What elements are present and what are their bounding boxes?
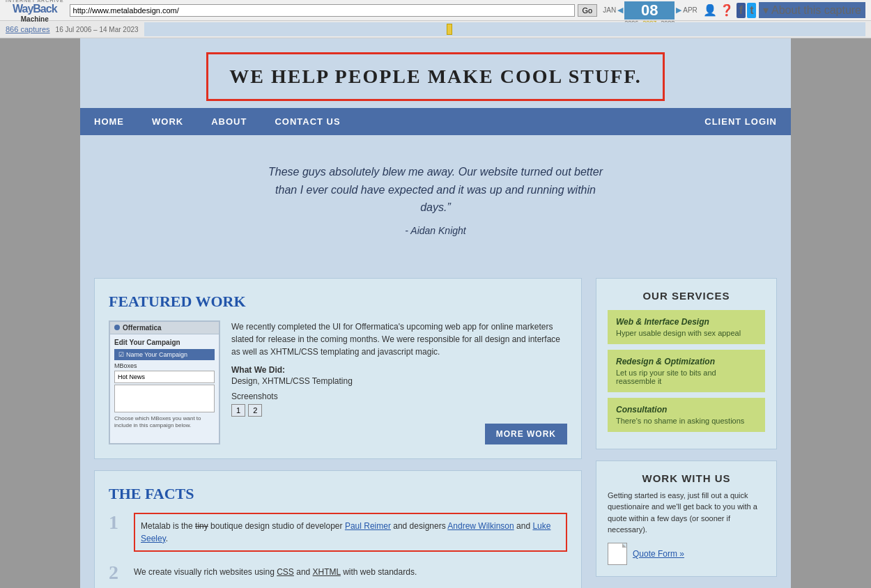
services-title: OUR SERVICES <box>608 290 765 302</box>
left-column: FEATURED WORK Offermatica Edit Your Camp… <box>94 278 582 588</box>
wayback-bar: INTERNET ARCHIVE WayBack Machine Go JAN … <box>0 0 871 21</box>
screenshots-label: Screenshots <box>231 392 567 401</box>
fact-item-2: 2 We create visually rich websites using… <box>109 563 567 582</box>
nav-login[interactable]: CLIENT LOGIN <box>691 108 791 135</box>
screenshot-company: Offermatica <box>123 324 162 332</box>
testimonial-section: These guys absolutely blew me away. Our … <box>80 135 791 264</box>
service-web-design-desc: Hyper usable design with sex appeal <box>616 329 757 337</box>
screenshot-item: Hot News <box>114 371 215 383</box>
service-redesign-name: Redesign & Optimization <box>616 357 757 366</box>
about-capture-button[interactable]: ▾ About this capture <box>759 2 865 18</box>
more-work-button[interactable]: MORE WORK <box>485 424 567 444</box>
facts-title: THE FACTS <box>109 485 567 503</box>
nav-about[interactable]: ABOUT <box>197 108 261 135</box>
screenshot-1-button[interactable]: 1 <box>231 404 245 417</box>
service-redesign-desc: Let us rip your site to bits and reassem… <box>616 369 757 385</box>
screenshot-dot <box>114 325 120 330</box>
wayback-logo: INTERNET ARCHIVE WayBack Machine <box>6 0 64 23</box>
site-header: WE HELP PEOPLE MAKE COOL STUFF. <box>80 38 791 108</box>
testimonial-quote: These guys absolutely blew me away. Our … <box>261 163 610 217</box>
work-with-us-desc: Getting started is easy, just fill out a… <box>608 490 765 536</box>
fact-number-1: 1 <box>109 513 125 532</box>
fact-item-1: 1 Metalab is the tiny boutique design st… <box>109 513 567 552</box>
go-button[interactable]: Go <box>578 4 598 17</box>
timeline-strip <box>144 22 865 36</box>
nav-contact[interactable]: CONTACT US <box>261 108 354 135</box>
cal-apr: APR <box>683 6 697 14</box>
wayback-icons: 👤 ❓ f t ▾ About this capture <box>703 2 865 18</box>
service-consultation[interactable]: Consultation There's no shame in asking … <box>608 398 765 432</box>
cal-day: 08 <box>624 1 675 20</box>
cal-arrow-prev[interactable]: ◀ <box>617 6 623 15</box>
hero-text: WE HELP PEOPLE MAKE COOL STUFF. <box>229 65 642 88</box>
facebook-icon[interactable]: f <box>737 3 746 18</box>
screenshot-2-button[interactable]: 2 <box>248 404 262 417</box>
screenshot-input-box <box>114 385 215 412</box>
nav-home[interactable]: HOME <box>80 108 138 135</box>
captures-bar: 866 captures 16 Jul 2006 – 14 Mar 2023 <box>0 21 871 38</box>
social-icons: f t <box>737 3 757 18</box>
fact-text-2: We create visually rich websites using C… <box>134 563 417 578</box>
screenshot-body: Edit Your Campaign ☑ Name Your Campaign … <box>110 334 219 434</box>
nav-work[interactable]: WORK <box>138 108 197 135</box>
facts-section: THE FACTS 1 Metalab is the tiny boutique… <box>94 470 582 588</box>
screenshot-mboxes-label: MBoxes <box>114 362 215 369</box>
captures-link[interactable]: 866 captures <box>6 25 50 33</box>
screenshot-header: Offermatica <box>110 322 219 334</box>
what-we-did: What We Did: Design, XHTML/CSS Templatin… <box>231 365 567 386</box>
service-web-design[interactable]: Web & Interface Design Hyper usable desi… <box>608 310 765 344</box>
service-consultation-name: Consultation <box>616 405 757 415</box>
document-icon <box>608 543 627 565</box>
fact-number-2: 2 <box>109 563 125 582</box>
screenshot-checkbox-row: ☑ Name Your Campaign <box>114 349 215 360</box>
quote-form-link[interactable]: Quote Form » <box>608 543 765 565</box>
services-section: OUR SERVICES Web & Interface Design Hype… <box>596 278 777 449</box>
offermatica-screenshot: Offermatica Edit Your Campaign ☑ Name Yo… <box>109 320 220 444</box>
captures-date: 16 Jul 2006 – 14 Mar 2023 <box>56 26 139 33</box>
paul-reimer-link[interactable]: Paul Reimer <box>345 521 391 531</box>
help-icon[interactable]: ❓ <box>720 3 734 17</box>
service-web-design-name: Web & Interface Design <box>616 317 757 327</box>
work-with-us-section: WORK WITH US Getting started is easy, ju… <box>596 461 777 577</box>
featured-work-info: We recently completed the UI for Offerma… <box>231 320 567 444</box>
url-input[interactable] <box>70 4 575 17</box>
user-icon[interactable]: 👤 <box>703 3 717 17</box>
site-wrapper: WE HELP PEOPLE MAKE COOL STUFF. HOME WOR… <box>80 38 791 588</box>
fact-text-1: Metalab is the tiny boutique design stud… <box>134 513 567 552</box>
work-with-us-title: WORK WITH US <box>608 472 765 484</box>
screenshot-desc: Choose which MBoxes you want to include … <box>114 415 215 430</box>
cal-arrow-next[interactable]: ▶ <box>676 6 681 15</box>
featured-work-title: FEATURED WORK <box>109 293 567 311</box>
main-nav: HOME WORK ABOUT CONTACT US CLIENT LOGIN <box>80 108 791 135</box>
featured-desc: We recently completed the UI for Offerma… <box>231 320 567 358</box>
url-bar: Go <box>70 4 598 17</box>
cal-jan: JAN <box>603 6 616 14</box>
andrew-wilkinson-link[interactable]: Andrew Wilkinson <box>447 521 514 531</box>
main-content: FEATURED WORK Offermatica Edit Your Camp… <box>80 264 791 588</box>
screenshot-form-title: Edit Your Campaign <box>114 339 215 346</box>
quote-form-text: Quote Form » <box>633 549 684 559</box>
timeline-highlight <box>447 24 452 35</box>
featured-work-section: FEATURED WORK Offermatica Edit Your Camp… <box>94 278 582 459</box>
twitter-icon[interactable]: t <box>747 3 756 18</box>
hero-box: WE HELP PEOPLE MAKE COOL STUFF. <box>206 52 665 101</box>
right-column: OUR SERVICES Web & Interface Design Hype… <box>596 278 777 588</box>
testimonial-author: - Aidan Knight <box>122 225 749 236</box>
featured-work-body: Offermatica Edit Your Campaign ☑ Name Yo… <box>109 320 567 444</box>
service-redesign[interactable]: Redesign & Optimization Let us rip your … <box>608 350 765 392</box>
service-consultation-desc: There's no shame in asking questions <box>616 417 757 425</box>
screenshot-nums: 1 2 <box>231 404 567 417</box>
